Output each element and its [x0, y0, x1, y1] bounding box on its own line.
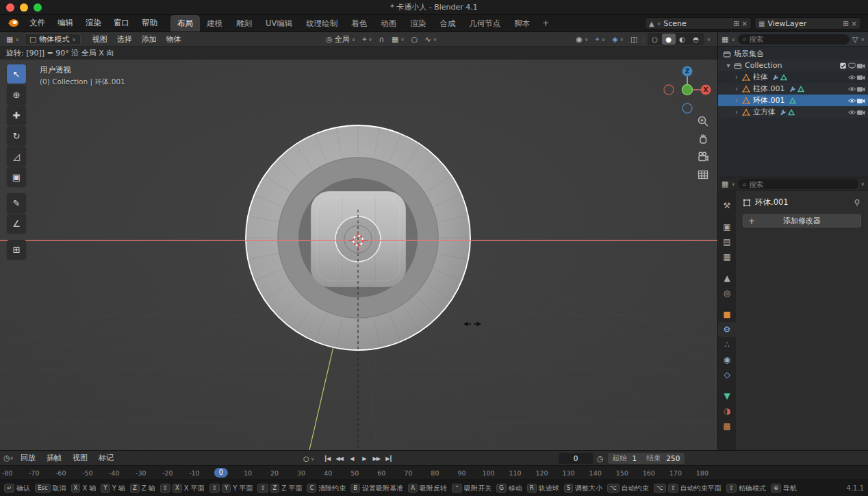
jump-to-end-button[interactable]: ▶┃ [383, 453, 394, 464]
expand-chevron-icon[interactable]: › [733, 97, 740, 104]
menu-help[interactable]: 帮助 [136, 14, 164, 32]
editor-type-icon[interactable]: ▦ [722, 179, 728, 188]
tool-move[interactable]: ✚ [7, 106, 26, 125]
properties-tab-output[interactable]: ▤ [718, 234, 736, 249]
properties-tab-physics[interactable]: ◉ [718, 352, 736, 367]
exclude-viewport-monitor-icon[interactable] [847, 62, 856, 69]
outliner-search[interactable]: ⌕ [738, 34, 850, 45]
workspace-tab-compositing[interactable]: 合成 [433, 15, 462, 32]
shading-rendered-button[interactable]: ◓ [689, 34, 703, 45]
properties-tab-scene[interactable]: ▲ [718, 271, 736, 286]
snap-toggle-button[interactable]: ∩ [376, 33, 388, 45]
pan-hand-icon[interactable] [697, 133, 709, 145]
shading-material-preview-button[interactable]: ◐ [676, 34, 689, 45]
pin-icon[interactable] [853, 199, 861, 207]
outliner-search-input[interactable] [749, 35, 845, 43]
delete-scene-icon[interactable]: × [742, 20, 748, 27]
shading-wireframe-button[interactable]: ○ [648, 34, 662, 45]
shading-solid-button[interactable]: ● [662, 34, 676, 45]
disable-render-camera-icon[interactable] [856, 86, 865, 92]
snap-settings-dropdown[interactable]: ▦ ∨ [388, 33, 408, 45]
hide-eye-icon[interactable] [847, 74, 856, 81]
outliner-item-cube[interactable]: › 立方体 [718, 106, 868, 118]
workspace-tab-texture-paint[interactable]: 纹理绘制 [299, 15, 344, 32]
hide-eye-icon[interactable] [847, 97, 856, 104]
play-reverse-button[interactable]: ◀ [346, 453, 357, 464]
viewport-canvas[interactable] [0, 47, 717, 450]
properties-tab-world[interactable]: ◎ [718, 286, 736, 301]
outliner-item-torus-001[interactable]: › 环体.001 [718, 95, 868, 106]
close-window-button[interactable] [6, 3, 14, 12]
gizmo-negative-x-ball[interactable] [664, 85, 674, 95]
new-viewlayer-icon[interactable]: ⊞ [843, 20, 848, 27]
tool-add-cube[interactable]: ⊞ [7, 240, 26, 259]
viewport-menu-select[interactable]: 选择 [112, 32, 137, 47]
workspace-tab-layout[interactable]: 布局 [170, 15, 200, 32]
object-visibility-dropdown[interactable]: ◉ ∨ [572, 33, 591, 45]
properties-tab-render[interactable]: ▣ [718, 219, 736, 234]
tool-scale[interactable]: ◿ [7, 147, 26, 166]
workspace-tab-geometry-nodes[interactable]: 几何节点 [462, 15, 507, 32]
workspace-tab-modeling[interactable]: 建模 [200, 15, 229, 32]
viewlayer-selector[interactable]: ▦ ViewLayer ⊞ × [754, 17, 861, 29]
tool-annotate[interactable]: ✎ [7, 193, 26, 212]
add-workspace-button[interactable]: + [537, 15, 554, 32]
transform-orientation-dropdown[interactable]: ◎ 全局 ∨ [322, 33, 359, 45]
gizmo-y-ball[interactable] [682, 85, 693, 95]
disable-render-camera-icon[interactable] [856, 62, 865, 69]
workspace-tab-rendering[interactable]: 渲染 [403, 15, 433, 32]
new-scene-icon[interactable]: ⊞ [733, 20, 739, 27]
properties-tab-object[interactable]: ■ [718, 307, 736, 322]
tool-measure[interactable]: ∠ [7, 214, 26, 233]
proportional-editing-button[interactable]: ○ [408, 33, 422, 45]
timeline-menu-marker[interactable]: 标记 [93, 451, 119, 466]
zoom-icon[interactable] [697, 115, 709, 127]
shading-settings-dropdown[interactable]: ∨ [704, 33, 715, 45]
viewport-3d[interactable]: 旋转: [90]] = 90° 沿 全局 X 向 [0, 47, 717, 450]
mode-dropdown[interactable]: □ 物体模式 ∨ [25, 34, 81, 45]
collapse-chevron-icon[interactable]: ▾ [725, 62, 732, 69]
viewport-menu-object[interactable]: 物体 [162, 32, 186, 47]
editor-type-icon[interactable]: ◷ [3, 454, 10, 462]
properties-tab-particles[interactable]: ∴ [718, 337, 736, 352]
xray-toggle-button[interactable]: ◫ [627, 33, 641, 45]
overlays-dropdown[interactable]: ◈ ∨ [609, 33, 627, 45]
disable-render-camera-icon[interactable] [856, 109, 865, 116]
viewport-menu-view[interactable]: 视图 [88, 32, 112, 47]
toggle-orthographic-icon[interactable] [697, 169, 709, 181]
jump-to-start-button[interactable]: ┃◀ [321, 453, 333, 464]
expand-chevron-icon[interactable]: › [733, 108, 740, 116]
minimize-window-button[interactable] [20, 3, 28, 12]
proportional-falloff-dropdown[interactable]: ∿ ∨ [421, 33, 440, 45]
scene-selector[interactable]: ▲ ∨ Scene ⊞ × [645, 17, 752, 29]
disable-render-camera-icon[interactable] [856, 97, 865, 104]
tool-rotate[interactable]: ↻ [7, 126, 26, 145]
tool-transform[interactable]: ▣ [7, 167, 26, 186]
current-frame-field[interactable]: 0 [559, 453, 593, 464]
properties-tab-tool[interactable]: ⚒ [718, 198, 736, 213]
next-keyframe-button[interactable]: ▶▶ [370, 453, 382, 464]
collection-checkbox-icon[interactable] [839, 62, 847, 69]
pivot-point-dropdown[interactable]: ⌖ ∨ [359, 33, 376, 45]
zoom-window-button[interactable] [34, 3, 42, 12]
properties-tab-texture[interactable]: ▩ [718, 419, 736, 434]
outliner-scene-collection[interactable]: 场景集合 [718, 48, 868, 60]
add-modifier-button[interactable]: + 添加修改器 [743, 214, 861, 227]
tool-cursor[interactable]: ⊕ [7, 85, 26, 104]
workspace-tab-sculpting[interactable]: 雕刻 [229, 15, 259, 32]
properties-search[interactable]: ⌕ [738, 179, 858, 189]
camera-view-icon[interactable] [697, 151, 709, 163]
workspace-tab-shading[interactable]: 着色 [344, 15, 374, 32]
properties-tab-view-layer[interactable]: ▦ [718, 249, 736, 264]
gizmo-negative-z-ball[interactable] [682, 103, 692, 113]
start-frame-field[interactable]: 起始 1 [608, 453, 642, 464]
expand-chevron-icon[interactable]: › [733, 73, 740, 81]
outliner-collection[interactable]: ▾ Collection [718, 60, 868, 71]
filter-icon[interactable]: ▽ [852, 35, 858, 44]
workspace-tab-uv-editing[interactable]: UV编辑 [259, 15, 299, 32]
properties-tab-data[interactable]: ▼ [718, 388, 736, 404]
menu-render[interactable]: 渲染 [79, 14, 107, 32]
editor-type-icon[interactable]: ▦ [722, 35, 728, 44]
timeline-menu-view[interactable]: 视图 [67, 451, 93, 466]
end-frame-field[interactable]: 结束 250 [641, 453, 685, 464]
